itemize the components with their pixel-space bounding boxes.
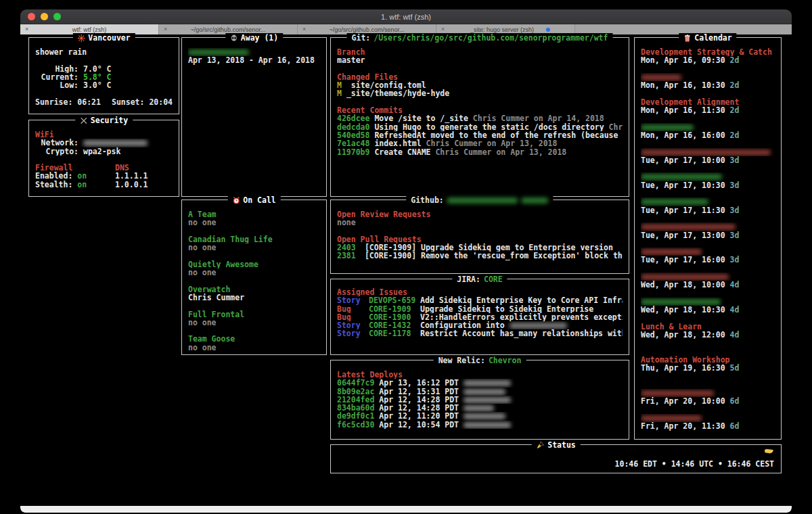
deploy-row: 21204fed Apr 12, 14:28 PDT xyxy=(337,396,623,404)
team-person: no one xyxy=(188,319,320,327)
calendar-event: Lunch & Learn Wed, Apr 18, 12:00 4d xyxy=(641,323,775,340)
jira-issue-row: StoryCORE-1178Restrict Account has_many … xyxy=(337,329,623,337)
calendar-event: Tue, Apr 17, 10:30 3d xyxy=(641,172,775,189)
pointing-hand-icon xyxy=(764,448,774,454)
event-title-redacted xyxy=(641,74,681,80)
oncall-panel: On Call A Team no one Canadian Thug Life… xyxy=(181,200,327,355)
event-relative: 3d xyxy=(730,181,740,189)
review-requests-empty: none xyxy=(337,218,623,227)
calendar-event: Tue, Apr 17, 13:00 3d xyxy=(641,223,775,239)
event-title-redacted xyxy=(641,274,729,280)
calendar-event: Tue, Apr 17, 11:30 3d xyxy=(641,197,775,214)
latest-deploys-header: Latest Deploys xyxy=(337,371,623,379)
event-title: Development Strategy & Catch Up xyxy=(641,48,775,56)
event-title-redacted xyxy=(641,299,721,305)
high-label: High: xyxy=(35,65,78,73)
deploy-row: 8b09e2ac Apr 12, 15:31 PDT xyxy=(337,388,623,396)
commit-row: 540ed58 RefreshedAt moved to the end of … xyxy=(337,131,623,139)
tab-close-icon[interactable]: × xyxy=(302,26,306,32)
tab-close-icon[interactable]: × xyxy=(25,26,28,32)
jira-summary-redacted xyxy=(510,323,567,329)
weather-condition: shower rain xyxy=(35,48,173,56)
world-clocks: 10:46 EDT • 14:46 UTC • 16:46 CEST xyxy=(615,460,774,468)
minimize-window-button[interactable] xyxy=(41,13,48,20)
team-name: Full Frontal xyxy=(188,310,320,319)
deployer-redacted xyxy=(464,405,494,411)
tab-label: ~/go/src/github.com/senor... xyxy=(181,26,275,33)
event-relative: 3d xyxy=(730,231,740,239)
deploy-row: f6c5cd30 Apr 12, 10:54 PDT xyxy=(337,421,623,429)
jira-issue-row: BugCORE-1900V2::HandleErrors explicitly … xyxy=(337,313,623,321)
event-date: Tue, Apr 17, 10:00 xyxy=(641,156,725,164)
changed-file-row: M _site/config.toml xyxy=(337,81,623,89)
close-window-button[interactable] xyxy=(28,13,35,20)
event-relative: 3d xyxy=(730,206,740,214)
calendar-event: Tue, Apr 17, 16:00 3d xyxy=(641,248,775,264)
team-name: Quietly Awesome xyxy=(188,260,320,268)
calendar-event: Mon, Apr 16, 16:00 2d xyxy=(641,123,775,140)
pull-request-row: 2403 [CORE-1909] Upgrade Sidekiq gem to … xyxy=(337,243,623,252)
tab-close-icon[interactable]: × xyxy=(164,26,167,32)
event-relative: 2d xyxy=(730,56,740,64)
event-relative: 6d xyxy=(730,422,740,430)
event-date: Fri, Apr 20, 11:30 xyxy=(641,422,725,430)
event-date: Tue, Apr 17, 11:30 xyxy=(641,206,725,214)
dns-secondary: 1.0.0.1 xyxy=(115,181,148,189)
assigned-issues-header: Assigned Issues xyxy=(337,288,623,296)
changed-file-row: M _site/themes/hyde-hyde xyxy=(337,89,623,97)
sunrise: Sunrise: 06:21 xyxy=(35,98,101,106)
event-title-redacted xyxy=(641,174,722,180)
wifi-header: WiFi xyxy=(35,131,173,139)
event-date: Thu, Apr 19, 16:30 xyxy=(641,364,725,372)
jira-issue-row: BugCORE-1909Upgrade Sidekiq to Sidekiq E… xyxy=(337,305,623,313)
tab-label: _site: hugo server (zsh) xyxy=(461,26,543,33)
event-relative: 4d xyxy=(730,331,740,339)
event-relative: 4d xyxy=(730,306,740,314)
event-relative: 3d xyxy=(730,156,740,164)
changed-files-header: Changed Files xyxy=(337,73,623,81)
event-relative: 4d xyxy=(730,281,740,289)
event-relative: 5d xyxy=(730,364,740,372)
firewall-enabled-row: Enabled: on xyxy=(35,172,115,180)
high-value: 7.0° C xyxy=(83,65,112,73)
branch-name: master xyxy=(337,56,623,64)
calendar-event: Mon, Apr 16, 10:30 2d xyxy=(641,73,775,90)
activity-dot-icon xyxy=(546,28,550,32)
event-date: Tue, Apr 17, 10:30 xyxy=(641,181,725,189)
event-date: Wed, Apr 18, 10:00 xyxy=(641,281,725,289)
weather-panel: Vancouver shower rain High:7.0° C Curren… xyxy=(28,37,179,114)
dashboard-content: Vancouver shower rain High:7.0° C Curren… xyxy=(20,34,792,506)
deploy-row: 0644f7c9 Apr 13, 16:12 PDT xyxy=(337,379,623,387)
event-title-redacted xyxy=(641,249,702,255)
tab-close-icon[interactable]: × xyxy=(441,26,445,32)
low-label: Low: xyxy=(35,81,78,89)
deployer-redacted xyxy=(464,397,511,403)
window-title: 1. wtf: wtf (zsh) xyxy=(20,13,792,21)
calendar-event: Automation Workshop Thu, Apr 19, 16:30 5… xyxy=(641,356,775,373)
event-relative: 2d xyxy=(730,131,740,139)
calendar-event: Tue, Apr 17, 10:00 3d xyxy=(641,148,775,165)
current-value: 5.8° C xyxy=(83,73,112,81)
away-panel: Away (1) Apr 13, 2018 - Apr 16, 2018 xyxy=(181,37,327,197)
window-bottom-edge xyxy=(20,506,792,513)
deploy-row: de9df0c1 Apr 12, 11:20 PDT xyxy=(337,412,623,420)
event-date: Mon, Apr 16, 16:00 xyxy=(641,131,725,139)
jira-issue-row: StoryDEVOPS-659Add Sidekiq Enterprise Ke… xyxy=(337,296,623,304)
event-relative: 2d xyxy=(730,106,740,114)
calendar-event: Fri, Apr 20, 11:30 6d xyxy=(641,414,775,431)
terminal-window: 1. wtf: wtf (zsh) × wtf: wtf (zsh) × ~/g… xyxy=(20,9,792,513)
title-bar[interactable]: 1. wtf: wtf (zsh) xyxy=(20,9,792,24)
firewall-header: Firewall xyxy=(35,164,115,172)
event-relative: 3d xyxy=(730,256,740,264)
status-panel: Status 10:46 EDT • 14:46 UTC • 16:46 CES… xyxy=(330,444,782,473)
event-title: Development Alignment xyxy=(641,98,775,106)
team-person: no one xyxy=(188,243,320,252)
pull-request-row: 2381 [CORE-1900] Remove the 'rescue_from… xyxy=(337,252,623,260)
event-date: Wed, Apr 18, 12:00 xyxy=(641,331,725,339)
calendar-event: Wed, Apr 18, 10:00 4d xyxy=(641,273,775,289)
zoom-window-button[interactable] xyxy=(53,13,61,20)
jira-issue-row: StoryCORE-1432Configuration into xyxy=(337,321,623,329)
pull-requests-header: Open Pull Requests xyxy=(337,235,623,243)
branch-header: Branch xyxy=(337,48,623,56)
tab-label: wtf: wtf (zsh) xyxy=(63,26,116,33)
